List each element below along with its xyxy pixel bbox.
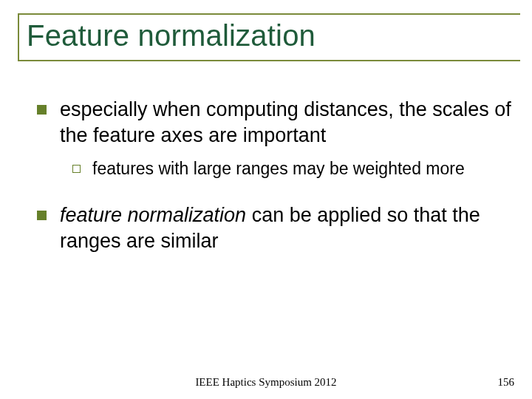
bullet-text: features with large ranges may be weight… bbox=[92, 158, 465, 180]
bullet-level1: feature normalization can be applied so … bbox=[37, 202, 511, 253]
square-bullet-icon bbox=[37, 211, 47, 220]
bullet-level2: features with large ranges may be weight… bbox=[72, 158, 511, 180]
page-number: 156 bbox=[498, 376, 515, 389]
italic-term: feature normalization bbox=[60, 204, 246, 226]
hollow-square-bullet-icon bbox=[72, 165, 81, 173]
slide-title: Feature normalization bbox=[27, 19, 520, 52]
slide: Feature normalization especially when co… bbox=[0, 0, 532, 399]
content-area: especially when computing distances, the… bbox=[21, 97, 511, 253]
bullet-text: especially when computing distances, the… bbox=[60, 97, 511, 148]
bullet-text: feature normalization can be applied so … bbox=[60, 202, 511, 253]
square-bullet-icon bbox=[37, 105, 47, 115]
footer-text: IEEE Haptics Symposium 2012 bbox=[0, 376, 532, 389]
title-frame: Feature normalization bbox=[18, 13, 520, 61]
bullet-level1: especially when computing distances, the… bbox=[37, 97, 511, 148]
